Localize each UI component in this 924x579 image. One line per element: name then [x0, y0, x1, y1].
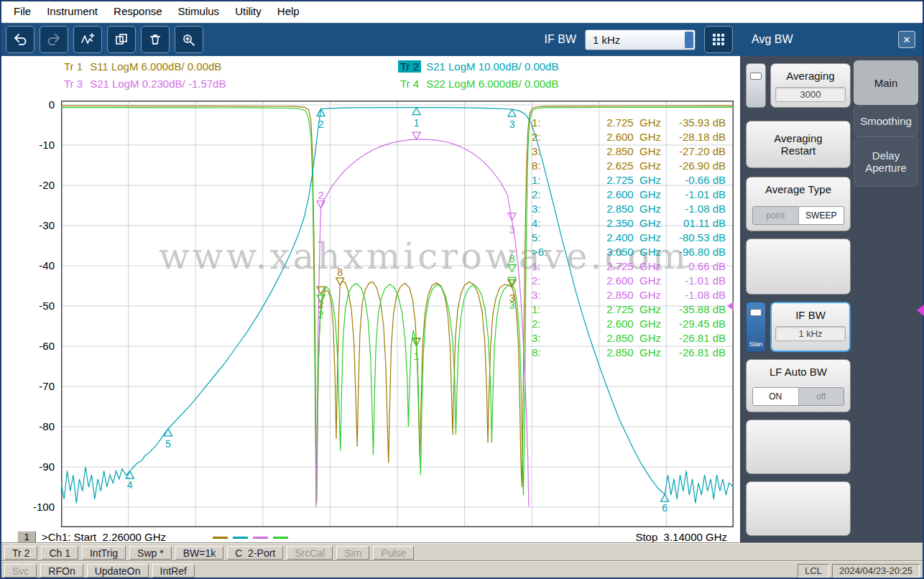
marker-readout-row: 4:2.350 GHz01.11 dB — [532, 217, 726, 231]
trace-label-4[interactable]: Tr 4S22 LogM 6.000dB/ 0.00dB — [398, 78, 558, 90]
lf-auto-bw-row: LF Auto BW ON off — [746, 359, 851, 412]
menu-help[interactable]: Help — [269, 2, 308, 20]
averaging-restart-button[interactable]: Averaging Restart — [746, 121, 851, 168]
status-updateon[interactable]: UpdateOn — [87, 564, 149, 578]
averaging-row: Averaging 3000 — [746, 63, 851, 108]
blank-softkey-row-2 — [746, 420, 851, 474]
average-type-point-option[interactable]: point — [753, 207, 798, 224]
ifbw-button[interactable]: IF BW 1 kHz — [770, 302, 851, 352]
status-bw-1k[interactable]: BW=1k — [175, 546, 224, 560]
y-axis-tick: -80 — [19, 420, 55, 433]
blank-softkey-button-1[interactable] — [746, 238, 851, 295]
y-axis-tick: -70 — [19, 380, 55, 393]
marker-readout-row: 1:2.725 GHz-0.66 dB — [532, 174, 726, 188]
zoom-button[interactable] — [175, 26, 203, 53]
average-type-label: Average Type — [747, 183, 850, 195]
marker-readout-row: 3:2.850 GHz-1.08 dB — [532, 289, 726, 303]
svg-text:1: 1 — [414, 117, 420, 129]
keypad-button[interactable] — [704, 26, 733, 53]
menu-utility[interactable]: Utility — [227, 2, 269, 20]
tab-delay-aperture[interactable]: Delay Aperture — [854, 136, 918, 187]
tr3-reference-marker-icon — [727, 302, 734, 310]
tab-main[interactable]: Main — [854, 60, 918, 105]
status-sim: Sim — [336, 546, 369, 560]
status-pulse: Pulse — [373, 546, 414, 560]
svg-text:6: 6 — [662, 502, 667, 514]
menu-file[interactable]: File — [6, 2, 39, 20]
stop-frequency-label: Stop 3.14000 GHz — [635, 531, 727, 543]
status-c-2-port[interactable]: C 2-Port — [227, 546, 283, 560]
averaging-toggle-button[interactable] — [746, 63, 766, 108]
average-type-segmented: point SWEEP — [752, 206, 844, 225]
redo-button[interactable] — [40, 26, 68, 53]
status-swp-[interactable]: Swp * — [129, 546, 172, 560]
undo-button[interactable] — [6, 26, 34, 53]
average-type-sweep-option[interactable]: SWEEP — [798, 207, 844, 224]
screen-copy-button[interactable] — [107, 26, 136, 53]
marker-readout-row: 3:2.850 GHz-27.20 dB — [532, 145, 726, 159]
y-axis-tick: -10 — [19, 139, 55, 152]
menu-stimulus[interactable]: Stimulus — [170, 2, 228, 20]
trace-label-3[interactable]: Tr 3S21 LogM 0.230dB/ -1.57dB — [62, 78, 226, 90]
close-icon[interactable]: ✕ — [898, 31, 915, 48]
ifbw-row: Stan IF BW 1 kHz — [746, 302, 851, 352]
toggle-indicator-icon — [750, 73, 762, 80]
average-type-row: Average Type point SWEEP — [746, 177, 851, 231]
svg-text:4: 4 — [127, 479, 133, 491]
ifbw-value: 1 kHz — [775, 326, 846, 341]
averaging-button[interactable]: Averaging 3000 — [770, 63, 851, 108]
status-bar-2: SvcRFOnUpdateOnIntRef LCL 2024/04/23-20:… — [0, 561, 924, 579]
delete-icon — [148, 33, 162, 46]
stan-toggle-button[interactable]: Stan — [746, 302, 766, 352]
lf-auto-bw-on-option[interactable]: ON — [753, 388, 798, 405]
channel-line: 1 >Ch1: Start 2.26000 GHz Stop 3.14000 G… — [0, 531, 740, 544]
ifbw-input-value: 1 kHz — [586, 34, 620, 46]
stan-label: Stan — [747, 341, 765, 348]
menu-response[interactable]: Response — [106, 2, 170, 20]
svg-text:2: 2 — [318, 119, 324, 130]
panel-pointer-icon — [917, 305, 924, 316]
svg-text:1: 1 — [414, 351, 420, 362]
svg-text:2: 2 — [318, 190, 324, 201]
svg-text:2: 2 — [318, 309, 324, 320]
vna-application-window: FileInstrumentResponseStimulusUtilityHel… — [0, 0, 924, 579]
add-trace-button[interactable] — [73, 26, 102, 53]
menu-bar: FileInstrumentResponseStimulusUtilityHel… — [0, 0, 924, 23]
ifbw-input[interactable]: 1 kHz — [585, 29, 696, 50]
lf-auto-bw-label: LF Auto BW — [747, 366, 850, 378]
y-axis-tick: -50 — [19, 300, 55, 312]
add-trace-icon — [80, 33, 95, 46]
ifbw-label: IF BW — [772, 309, 849, 321]
tab-smoothing[interactable]: Smoothing — [854, 105, 918, 136]
blank-softkey-button-2[interactable] — [746, 420, 851, 474]
marker-readout-row: 8:2.625 GHz-26.90 dB — [532, 159, 726, 174]
marker-readout-row: 2:2.600 GHz-29.45 dB — [532, 318, 726, 332]
trace-label-2[interactable]: Tr 2S21 LogM 10.00dB/ 0.00dB — [398, 60, 558, 73]
legend-dash-icon — [253, 537, 268, 539]
zoom-icon — [182, 33, 196, 46]
trace-label-1[interactable]: Tr 1S11 LogM 6.000dB/ 0.00dB — [62, 60, 221, 73]
undo-icon — [13, 33, 27, 46]
status-rfon[interactable]: RFOn — [40, 564, 83, 578]
status-tr-2[interactable]: Tr 2 — [4, 546, 37, 560]
delete-button[interactable] — [141, 26, 170, 53]
status-inttrig[interactable]: IntTrig — [82, 546, 126, 560]
blank-softkey-button-3[interactable] — [746, 481, 851, 536]
y-axis-tick: -30 — [19, 219, 55, 232]
y-axis-tick: -60 — [19, 340, 55, 353]
lf-auto-bw-button[interactable]: LF Auto BW ON off — [746, 359, 851, 412]
lf-auto-bw-off-option[interactable]: off — [798, 388, 844, 405]
menu-instrument[interactable]: Instrument — [39, 2, 106, 20]
redo-icon — [47, 33, 61, 46]
marker-readout-row: 3:2.850 GHz-1.08 dB — [532, 203, 726, 217]
svg-text:5: 5 — [165, 438, 171, 450]
average-type-button[interactable]: Average Type point SWEEP — [746, 177, 851, 231]
marker-readout-row: >6:3.050 GHz-96.80 dB — [532, 246, 726, 260]
status-intref[interactable]: IntRef — [152, 564, 195, 578]
ifbw-input-spinner[interactable] — [685, 32, 693, 48]
chart-area: Tr 1S11 LogM 6.000dB/ 0.00dBTr 2S21 LogM… — [0, 56, 740, 543]
y-axis-tick: 0 — [19, 98, 55, 111]
status-ch-1[interactable]: Ch 1 — [41, 546, 78, 560]
status-bar-1: Tr 2Ch 1IntTrigSwp *BW=1kC 2-PortSrcCalS… — [0, 543, 924, 561]
averaging-label: Averaging — [771, 70, 850, 82]
